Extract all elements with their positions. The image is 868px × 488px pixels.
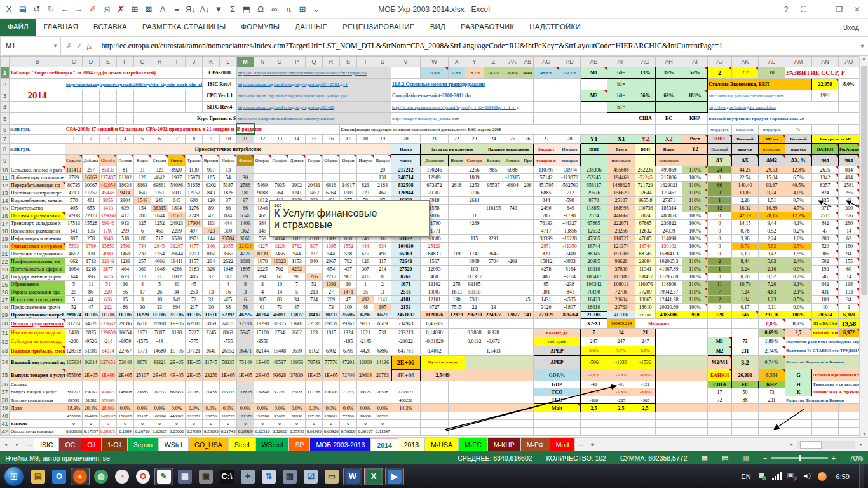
- cell-M19[interactable]: 3666: [237, 235, 254, 243]
- cell-AI10[interactable]: 110%: [682, 166, 708, 174]
- cell-H14[interactable]: 246: [151, 197, 168, 205]
- cell-J14[interactable]: 688: [186, 197, 203, 205]
- cell-AC14[interactable]: 844: [534, 197, 559, 205]
- cell-N19[interactable]: 559: [254, 235, 271, 243]
- cell-I22[interactable]: 19411: [168, 258, 186, 266]
- cell-I21[interactable]: 26644: [168, 250, 186, 258]
- redo-icon[interactable]: ↻: [44, 3, 57, 17]
- cell-AD24[interactable]: -3774: [559, 273, 581, 281]
- sheet-tab-Зерно[interactable]: Зерно: [128, 438, 159, 451]
- cell-AF36[interactable]: -81: [607, 381, 635, 388]
- cell-N25[interactable]: 3: [254, 281, 271, 288]
- cell-AA10[interactable]: 6088: [503, 166, 522, 174]
- cell-AI13[interactable]: 110%: [682, 189, 708, 197]
- cell-AF40[interactable]: [607, 412, 635, 420]
- row-header-14[interactable]: 14: [1, 197, 10, 205]
- taskbar-icon-monitor-check[interactable]: ☑: [301, 468, 320, 485]
- cell-D30[interactable]: 34726: [83, 319, 100, 329]
- cell-B21[interactable]: Операции с недвижимы: [10, 250, 65, 258]
- cell-T22[interactable]: 128: [357, 258, 374, 266]
- cell-C20[interactable]: 5503: [65, 243, 83, 250]
- cell-AA42[interactable]: [503, 428, 522, 436]
- cell-N23[interactable]: 2225: [254, 266, 271, 273]
- cell-X23[interactable]: [449, 266, 465, 273]
- taskbar-icon-chrome[interactable]: ◔: [112, 468, 132, 485]
- cell-AA37[interactable]: [503, 388, 522, 396]
- cell-AN36[interactable]: Транспорт и складское хозяйство: [812, 381, 860, 388]
- cell-V5[interactable]: http://bea.gov/industry/io_annual.htm: [391, 113, 534, 125]
- cell-N7[interactable]: 12: [254, 135, 271, 144]
- zoom-level[interactable]: 70%: [850, 454, 863, 462]
- cell-AJ4[interactable]: http://bea.gov/industry/io_annual.htm: [708, 102, 839, 113]
- cell-K38[interactable]: [203, 396, 220, 404]
- cell-S35[interactable]: 72706: [340, 369, 357, 381]
- cell-Y28[interactable]: 22: [465, 304, 484, 311]
- cell-O30[interactable]: 30355: [271, 319, 288, 329]
- cell-P32[interactable]: [288, 337, 306, 346]
- cell-AG41[interactable]: [635, 420, 656, 428]
- cell-T39[interactable]: 0,0%: [357, 404, 374, 412]
- cell-AD40[interactable]: [559, 412, 581, 420]
- cell-K11[interactable]: 185: [203, 174, 220, 182]
- cell-AM34[interactable]: Развитие Торговли и Банков: [785, 356, 860, 369]
- cell-K21[interactable]: 1051: [203, 250, 220, 258]
- cell-L18[interactable]: 300: [220, 227, 237, 235]
- cell-D10[interactable]: 257: [83, 166, 100, 174]
- back-icon[interactable]: ←: [58, 3, 71, 17]
- sheet-nav-2[interactable]: …: [23, 438, 34, 451]
- cell-X38[interactable]: [449, 396, 465, 404]
- cell-K20[interactable]: 346: [203, 243, 220, 250]
- cell-AB38[interactable]: [522, 396, 534, 404]
- row-header-22[interactable]: 22: [1, 258, 10, 266]
- cell-R23[interactable]: 654: [323, 266, 340, 273]
- merge-icon[interactable]: ⬒: [240, 3, 253, 17]
- cell-AM42[interactable]: [785, 428, 812, 436]
- cell-B3[interactable]: 2014: [10, 90, 65, 102]
- cell-W29[interactable]: 1120876: [421, 311, 449, 319]
- cell-T38[interactable]: [357, 396, 374, 404]
- cell-Z28[interactable]: 33: [484, 304, 503, 311]
- cell-B8[interactable]: млн.грн.: [10, 144, 65, 155]
- cell-AA29[interactable]: -12077: [503, 311, 522, 319]
- cell-F10[interactable]: 81: [117, 166, 134, 174]
- row-header-35[interactable]: 35: [1, 369, 10, 381]
- cell-B4[interactable]: [10, 102, 65, 113]
- cell-G13[interactable]: 3647: [134, 189, 151, 197]
- cell-K14[interactable]: 120: [203, 197, 220, 205]
- cell-AL29[interactable]: 231,16: [759, 311, 785, 319]
- cell-AM8[interactable]: выпуск: [785, 144, 812, 155]
- cell-AL38[interactable]: 231: [759, 396, 785, 404]
- cell-T12[interactable]: 821: [357, 182, 374, 189]
- column-header-I[interactable]: I: [168, 57, 186, 67]
- cell-X18[interactable]: [449, 227, 465, 235]
- taskbar-icon-excel[interactable]: X: [364, 468, 383, 485]
- cell-AN14[interactable]: 135: [812, 197, 839, 205]
- cell-Q37[interactable]: 117168: [306, 388, 323, 396]
- cell-P20[interactable]: 1712: [288, 243, 306, 250]
- cell-K25[interactable]: [203, 281, 220, 288]
- cell-AM11[interactable]: 6,5%: [785, 174, 812, 182]
- cell-AJ26[interactable]: 7: [708, 288, 732, 296]
- cell-L33[interactable]: 26952: [220, 346, 237, 356]
- cell-N15[interactable]: 1846: [254, 205, 271, 212]
- cell-AI18[interactable]: 100%: [682, 227, 708, 235]
- cell-D25[interactable]: 11: [83, 281, 100, 288]
- cell-E7[interactable]: 3: [100, 135, 117, 144]
- cell-AL21[interactable]: 3,42: [759, 250, 785, 258]
- cell-O34[interactable]: 48537: [271, 356, 288, 369]
- cell-AA7[interactable]: 25: [503, 135, 522, 144]
- cell-J36[interactable]: [186, 381, 203, 388]
- cell-S24[interactable]: 907: [340, 273, 357, 281]
- cell-Z17[interactable]: [484, 220, 503, 227]
- cell-O27[interactable]: 83: [271, 296, 288, 304]
- cell-P12[interactable]: 3902: [288, 182, 306, 189]
- column-header-AG[interactable]: AG: [635, 57, 656, 67]
- cell-M25[interactable]: 8: [237, 281, 254, 288]
- cell-S27[interactable]: 47: [340, 296, 357, 304]
- cell-D17[interactable]: 15528: [83, 220, 100, 227]
- cell-AA14[interactable]: [503, 197, 522, 205]
- cell-AI27[interactable]: 110%: [682, 296, 708, 304]
- cell-N40[interactable]: 152708: [254, 412, 271, 420]
- cell-AE42[interactable]: [581, 428, 607, 436]
- cell-F11[interactable]: 61202: [117, 174, 134, 182]
